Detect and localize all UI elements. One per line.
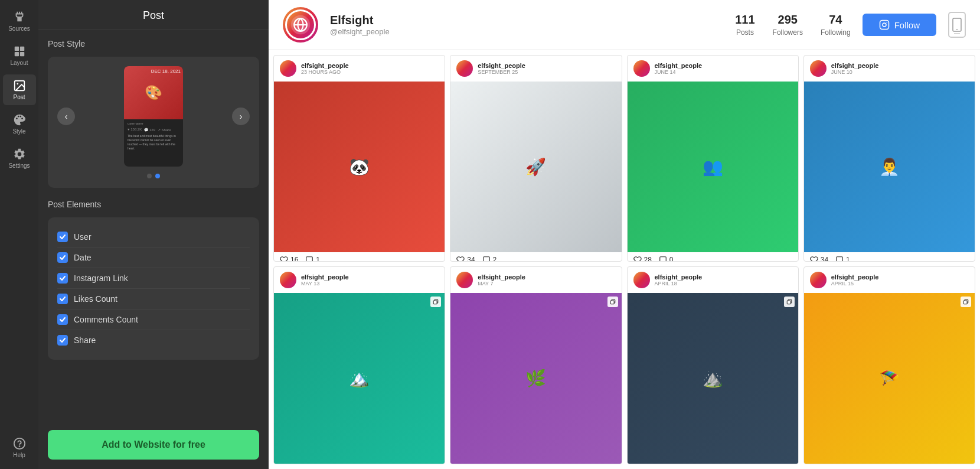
panel: Post Post Style ‹ 🎨 DEC 18, 2021 usernam… — [38, 0, 269, 469]
ig-post-3[interactable]: elfsight_people JUNE 14 👥 28 0 � — [627, 55, 799, 262]
ig-post-header: elfsight_people MAY 7 — [450, 267, 621, 293]
ig-post-username: elfsight_people — [301, 62, 349, 69]
carousel-next-button[interactable]: › — [232, 108, 250, 125]
ig-post-7[interactable]: elfsight_people APRIL 18 ⛰️ — [627, 266, 799, 464]
ig-post-avatar — [810, 60, 827, 77]
ig-post-image: 🚀 — [450, 82, 621, 252]
ig-stats: 111 Posts 295 Followers 74 Following — [735, 13, 850, 37]
ig-header: Elfsight @elfsight_people 111 Posts 295 … — [269, 0, 980, 50]
ig-posts-label: Posts — [736, 28, 754, 37]
panel-title: Post — [38, 0, 269, 30]
sidebar-item-post[interactable]: Post — [3, 74, 36, 105]
preview-stats: ♥ 158.2K💬 129↗ Share — [124, 126, 183, 133]
element-comments-count[interactable]: Comments Count — [57, 310, 250, 330]
ig-post-header: elfsight_people JUNE 10 — [804, 56, 975, 82]
palette-icon — [13, 113, 26, 126]
check-icon — [59, 233, 66, 240]
carousel-dot-1[interactable] — [147, 174, 152, 178]
ig-post-avatar — [456, 272, 473, 288]
sidebar: Sources Layout Post Style Settings — [0, 0, 38, 469]
sidebar-help-label: Help — [13, 452, 25, 458]
ig-followers-count: 295 — [773, 13, 803, 27]
ig-post-time: MAY 7 — [478, 281, 525, 286]
add-to-website-button[interactable]: Add to Website for free — [48, 430, 259, 460]
element-likes-count[interactable]: Likes Count — [57, 289, 250, 310]
preview-text: The best and most beautiful things in th… — [124, 133, 183, 152]
checkbox-likes-count[interactable] — [57, 294, 68, 304]
element-comments-count-label: Comments Count — [74, 315, 138, 324]
ig-post-header: elfsight_people SEPTEMBER 25 — [450, 56, 621, 82]
ig-following-label: Following — [821, 28, 851, 37]
sidebar-item-layout-label: Layout — [10, 60, 28, 66]
element-share[interactable]: Share — [57, 330, 250, 350]
ig-post-header: elfsight_people APRIL 15 — [804, 267, 975, 293]
check-icon-5 — [59, 316, 66, 323]
sidebar-item-settings[interactable]: Settings — [3, 143, 36, 174]
checkbox-user[interactable] — [57, 232, 68, 242]
ig-post-image: 🌿 — [450, 293, 621, 464]
ig-post-1[interactable]: elfsight_people 23 HOURS AGO 🐼 16 1 — [273, 55, 445, 262]
checkbox-comments-count[interactable] — [57, 314, 68, 325]
ig-post-image: 👥 — [628, 82, 798, 252]
ig-post-time: APRIL 18 — [655, 281, 703, 286]
element-instagram-link[interactable]: Instagram Link — [57, 268, 250, 289]
ig-post-image: 👨‍💼 — [804, 82, 975, 252]
svg-rect-22 — [963, 301, 967, 304]
ig-post-placeholder: 🚀 — [450, 82, 621, 252]
mobile-icon-svg — [952, 18, 962, 32]
ig-post-image: 🐼 — [274, 82, 445, 252]
carousel-dot-2[interactable] — [155, 174, 160, 178]
ig-post-comments: 1 — [835, 256, 850, 262]
check-icon-4 — [59, 295, 66, 302]
carousel-dots — [57, 174, 250, 178]
sidebar-item-style-label: Style — [12, 128, 25, 135]
sidebar-item-help[interactable]: Help — [3, 432, 36, 463]
element-share-label: Share — [74, 336, 96, 345]
ig-post-image: 🪂 — [804, 293, 975, 464]
ig-post-header: elfsight_people JUNE 14 — [628, 56, 798, 82]
sidebar-item-sources-label: Sources — [8, 25, 30, 32]
mobile-preview-icon[interactable] — [948, 12, 966, 38]
element-likes-count-label: Likes Count — [74, 294, 117, 304]
multi-image-icon — [607, 297, 618, 307]
carousel-prev-button[interactable]: ‹ — [57, 108, 75, 125]
checkbox-date[interactable] — [57, 252, 68, 263]
layout-icon — [13, 45, 26, 58]
sidebar-item-post-label: Post — [13, 94, 25, 100]
svg-rect-10 — [880, 21, 888, 30]
ig-post-username: elfsight_people — [655, 62, 703, 69]
element-user[interactable]: User — [57, 227, 250, 247]
follow-button[interactable]: Follow — [863, 14, 936, 36]
element-date[interactable]: Date — [57, 247, 250, 268]
svg-rect-18 — [610, 301, 614, 304]
ig-post-2[interactable]: elfsight_people SEPTEMBER 25 🚀 34 2 — [450, 55, 622, 262]
post-style-title: Post Style — [48, 39, 259, 48]
check-icon-6 — [59, 337, 66, 344]
follow-btn-label: Follow — [894, 20, 920, 30]
checkbox-instagram-link[interactable] — [57, 273, 68, 284]
multi-image-icon — [430, 297, 441, 307]
post-elements-title: Post Elements — [48, 200, 259, 209]
ig-post-4[interactable]: elfsight_people JUNE 10 👨‍💼 34 1 — [803, 55, 975, 262]
preview-meta: username — [124, 119, 183, 126]
sidebar-item-style[interactable]: Style — [3, 109, 36, 139]
ig-profile-info: Elfsight @elfsight_people — [330, 14, 723, 36]
ig-post-image: ⛰️ — [628, 293, 798, 464]
ig-grid: elfsight_people 23 HOURS AGO 🐼 16 1 — [269, 50, 980, 469]
ig-post-5[interactable]: elfsight_people MAY 13 🏔️ — [273, 266, 445, 464]
ig-post-6[interactable]: elfsight_people MAY 7 🌿 — [450, 266, 622, 464]
ig-post-avatar — [633, 60, 650, 77]
ig-post-username: elfsight_people — [655, 273, 703, 281]
ig-post-placeholder: 🪂 — [804, 293, 975, 464]
instagram-icon — [879, 19, 890, 30]
elements-container: User Date Instagram Link — [48, 217, 259, 360]
element-instagram-link-label: Instagram Link — [74, 273, 128, 283]
sidebar-item-sources[interactable]: Sources — [3, 6, 36, 37]
checkbox-share[interactable] — [57, 335, 68, 346]
ig-post-comments: 2 — [482, 256, 497, 262]
sidebar-item-layout[interactable]: Layout — [3, 40, 36, 71]
preview-card-date: DEC 18, 2021 — [151, 69, 181, 74]
ig-post-username: elfsight_people — [831, 62, 879, 69]
ig-post-8[interactable]: elfsight_people APRIL 15 🪂 — [803, 266, 975, 464]
ig-post-avatar — [456, 60, 473, 77]
